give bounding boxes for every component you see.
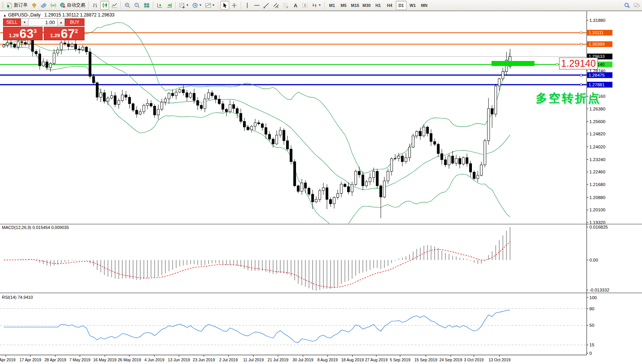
candle-body	[415, 132, 418, 136]
line-marker[interactable]	[556, 63, 558, 65]
auto-scroll-button[interactable]	[155, 1, 164, 10]
candle-body	[390, 159, 393, 171]
sell-price[interactable]: 1.29 63 3	[3, 27, 43, 40]
candle-body	[301, 183, 303, 191]
candle-body	[136, 110, 138, 114]
candle-body	[272, 139, 274, 144]
zoom-in-button[interactable]	[123, 1, 132, 10]
arrows-button[interactable]: ▼	[310, 1, 323, 10]
date-label: 18 Aug 2019	[341, 357, 364, 362]
text-button[interactable]: A	[291, 1, 300, 10]
new-order-button[interactable]: 新订单	[5, 1, 29, 10]
timeframe-w1-button[interactable]: W1	[407, 1, 418, 10]
svg-text:F: F	[287, 6, 288, 8]
candle-body	[423, 127, 425, 136]
candle-body	[419, 132, 422, 136]
price-label-1.27881-text: 1.27881	[589, 82, 605, 87]
cloud-icon	[41, 2, 47, 8]
community-button[interactable]	[39, 1, 48, 10]
auto-trading-button[interactable]: 自动交易	[58, 1, 86, 10]
caret-down-icon: ▼	[199, 3, 202, 7]
candle-body	[175, 92, 177, 96]
candle-body	[387, 171, 389, 181]
candle-body	[362, 175, 364, 186]
ohlc-values: 1.29015 1.30112 1.28872 1.29633	[45, 12, 115, 18]
chat-button[interactable]	[632, 1, 641, 10]
collapse-trade-panel-icon[interactable]: ▲	[3, 13, 7, 17]
date-label: 4 Jun 2019	[144, 357, 164, 362]
candle-body	[247, 127, 249, 130]
fibonacci-button[interactable]: F	[281, 1, 290, 10]
line-marker[interactable]	[580, 32, 582, 34]
line-marker[interactable]	[580, 74, 582, 76]
candle-body	[160, 102, 163, 109]
signals-button[interactable]	[49, 1, 58, 10]
date-label: 17 Apr 2019	[20, 357, 41, 362]
timeframe-m30-button[interactable]: M30	[361, 1, 372, 10]
timeframe-m5-button[interactable]: M5	[338, 1, 349, 10]
volume-decrease-button[interactable]: ▼	[21, 18, 28, 26]
tile-windows-button[interactable]	[142, 1, 151, 10]
buy-price-sup: 2	[75, 28, 78, 34]
timeframe-d1-button[interactable]: D1	[396, 1, 407, 10]
cursor-button[interactable]	[220, 1, 229, 10]
caret-down-icon: ▼	[186, 3, 189, 7]
caret-down-icon: ▼	[318, 3, 321, 7]
buy-button[interactable]: BUY	[65, 18, 84, 26]
equidistant-channel-button[interactable]: E	[272, 1, 281, 10]
one-click-trade-panel: SELL ▼ 1.00 ▲ BUY 1.29 63 3 1.29 67 2	[3, 18, 84, 40]
buy-price-prefix: 1.29	[50, 32, 60, 40]
price-tick-label: 1.22460	[589, 170, 606, 174]
candle-body	[85, 47, 88, 52]
new-chart-button[interactable]: ▼	[178, 1, 190, 10]
buy-price[interactable]: 1.29 67 2	[44, 27, 84, 40]
chat-icon	[634, 2, 640, 8]
periods-button[interactable]: ▼	[191, 1, 203, 10]
volume-input[interactable]: 1.00	[28, 18, 57, 26]
candlestick-chart-button[interactable]	[100, 1, 109, 10]
rsi-axis-label: 50	[589, 323, 594, 328]
timeframe-h1-button[interactable]: H1	[373, 1, 384, 10]
vertical-line-button[interactable]	[243, 1, 252, 10]
trendline-button[interactable]	[262, 1, 271, 10]
candle-body	[394, 158, 396, 159]
candle-body	[24, 43, 26, 44]
candle-body	[444, 160, 447, 165]
timeframe-h4-button[interactable]: H4	[384, 1, 395, 10]
rsi-line	[4, 310, 510, 343]
candle-body	[380, 186, 382, 197]
volume-increase-button[interactable]: ▲	[57, 18, 65, 26]
templates-button[interactable]: ▼	[204, 1, 216, 10]
bar-chart-button[interactable]	[91, 1, 99, 10]
symbol-title: GBPUSD-,Daily	[8, 12, 41, 18]
search-button[interactable]	[622, 1, 631, 10]
candle-body	[351, 184, 353, 192]
line-chart-button[interactable]	[110, 1, 119, 10]
sell-button[interactable]: SELL	[3, 18, 21, 26]
date-label: 8 Aug 2019	[317, 357, 338, 362]
candle-body	[125, 95, 127, 97]
timeframe-mn-button[interactable]: MN	[419, 1, 430, 10]
fibo-icon: F	[283, 2, 289, 8]
crosshair-button[interactable]	[230, 1, 239, 10]
line-marker[interactable]	[580, 84, 582, 86]
gold-icon	[31, 2, 37, 8]
timeframe-m1-button[interactable]: M1	[327, 1, 338, 10]
zoom-out-button[interactable]	[132, 1, 141, 10]
candle-body	[132, 104, 134, 110]
auto-trading-label: 自动交易	[67, 2, 85, 8]
text-label-button[interactable]: T	[301, 1, 309, 10]
price-callout-box[interactable]: 1.29140	[559, 58, 598, 69]
timeframe-m15-button[interactable]: M15	[350, 1, 361, 10]
line-marker[interactable]	[580, 43, 582, 45]
annotation-text-cn[interactable]: 多空转折点	[536, 91, 601, 106]
green-zone-rectangle[interactable]	[491, 61, 534, 66]
candle-body	[111, 96, 113, 98]
linechart-icon	[111, 2, 117, 8]
candle-body	[333, 198, 335, 204]
candle-body	[441, 153, 443, 160]
gold-button[interactable]	[30, 1, 38, 10]
texta-icon: A	[292, 2, 298, 8]
horizontal-line-button[interactable]	[253, 1, 261, 10]
chart-shift-button[interactable]	[165, 1, 174, 10]
